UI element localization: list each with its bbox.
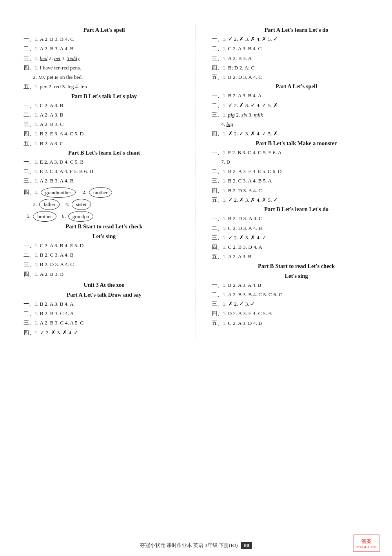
oval-item: sister	[72, 199, 91, 210]
section-title-startread: Part B Start to read Let's check	[24, 223, 185, 230]
line: 五、1. B 2. D 3. A 4. C	[212, 73, 381, 82]
item-num: 四、1.	[24, 188, 38, 197]
line: 三、1. B 2. D 3. A 4. C	[24, 260, 185, 269]
line: 二、1. A 2. B 3. A 4. B	[24, 44, 185, 53]
line: 五、1. B 2. A 3. C	[24, 139, 185, 148]
section-title-partA-spell: Part A Let's spell	[24, 27, 185, 33]
oval-row-3: 5. brother 6. grandpa	[24, 211, 185, 222]
line: 四、1. A 2. B 3. B	[24, 270, 185, 279]
section-subtitle-sing: Let's sing	[24, 233, 185, 240]
oval-section: 四、1. grandmother 2. mother 3. father 4. …	[24, 187, 185, 222]
line: 二、1–B 2–A 3–F 4–E 5–C 6–D	[212, 167, 381, 176]
line: 二、1. C 2. A 3. B 4. C	[212, 44, 381, 53]
item-num: 6.	[62, 211, 66, 221]
section-title-right-learn: Part A Let's learn Let's do	[212, 27, 381, 33]
line: 五、1. pen 2. red 3. leg 4. ten	[24, 82, 185, 91]
line: 四、1. B 2. E 3. A 4. C 5. D	[24, 129, 185, 138]
section-subtitle-unit3: Part A Let's talk Draw and say	[24, 292, 185, 298]
oval-item: mother	[89, 187, 112, 198]
section-title-partB-talk: Part B Let's talk Let's play	[24, 93, 185, 100]
section-title-right-learn-do: Part B Let's learn Let's do	[212, 206, 381, 213]
answer-word: pig	[228, 112, 235, 118]
left-column: Part A Let's spell 一、1. A 2. B 3. B 4. C…	[0, 24, 196, 338]
page: Part A Let's spell 一、1. A 2. B 3. B 4. C…	[0, 0, 392, 556]
line: 一、1. C 2. A 3. B 4. E 5. D	[24, 241, 185, 250]
answer-word: bed	[40, 55, 48, 61]
page-number: 80	[241, 542, 252, 549]
line: 五、1. A 2. A 3. B	[212, 252, 381, 261]
line: 一、1–B 2–D 3–A 4–C	[212, 214, 381, 223]
section-title-partB-chant: Part B Let's learn Let's chant	[24, 149, 185, 156]
line: 五、1. C 2. A 3. D 4. B	[212, 319, 381, 328]
stamp-url: MXQE.COM	[356, 545, 377, 549]
line: 二、1. B 2. C 3. A 4. B	[24, 251, 185, 259]
line: 二、1. B 2. B 3. C 4. A	[24, 309, 185, 318]
oval-item: grandpa	[68, 211, 93, 222]
line: 一、1. B 2. A 3. A 4. B	[212, 281, 381, 290]
line: 二、1. A 2. B 3. B 4. C 5. C 6. C	[212, 290, 381, 299]
line: 7. D	[212, 158, 381, 166]
line: 四、1. D 2. A 3. E 4. C 5. B	[212, 309, 381, 318]
oval-item: father	[39, 199, 60, 210]
footer: 夺冠小状元 课时作业本 英语 3年级 下册(RJ) 80	[0, 542, 392, 549]
section-title-right-monster: Part B Let's talk Make a monster	[212, 140, 381, 147]
stamp-text: 答案	[361, 538, 372, 545]
line: 四、1. ✗ 2. ✓ 3. ✗ 4. ✓ 5. ✗	[212, 129, 381, 138]
answer-word: big	[227, 121, 233, 127]
line: 三、1. ✗ 2. ✓ 3. ✓	[212, 300, 381, 308]
answer-word: pet	[54, 55, 61, 61]
line: 三、1. A 2. B 3. C 4. A 5. C	[24, 319, 185, 327]
line: 二、1. E 2. C 3. A 4. F 5. B 6. D	[24, 167, 185, 176]
right-column: Part A Let's learn Let's do 一、1. ✓ 2. ✗ …	[196, 24, 392, 338]
line: 一、1. B 2. A 3. B 4. A	[212, 91, 381, 100]
line: 四、1. I have ten red pens.	[24, 64, 185, 72]
line: 一、1. E 2. A 3. D 4. C 5. B	[24, 158, 185, 166]
line: 四、1. B; D 2. A; C	[212, 64, 381, 72]
answer-word: Teddy	[67, 55, 80, 61]
line: 三、1. B 2. C 3. A 4. B 5. A	[212, 177, 381, 185]
line: 四、1. ✓ 2. ✗ 3. ✗ 4. ✓	[24, 328, 185, 337]
line: 三、1. A 2. B 3. A	[212, 54, 381, 63]
line: 三、1. pig 2. six 3. milk	[212, 111, 381, 119]
answer-word: six	[241, 112, 247, 118]
item-num: 4.	[65, 200, 69, 209]
line: 三、1. ✓ 2. ✗ 3. ✗ 4. ✓	[212, 233, 381, 242]
answer-word: milk	[254, 112, 263, 118]
section-title-right-spell: Part A Let's spell	[212, 83, 381, 90]
line: 一、1. C 2. A 3. B	[24, 101, 185, 110]
line: 2. My pet is on the bed.	[24, 73, 185, 82]
line: 一、1. ✓ 2. ✗ 3. ✗ 4. ✗ 5. ✓	[212, 35, 381, 44]
two-column-layout: Part A Let's spell 一、1. A 2. B 3. B 4. C…	[0, 24, 392, 338]
item-num: 3.	[33, 200, 37, 209]
line: 一、1. B 2. A 3. B 4. A	[24, 300, 185, 308]
line: 三、1. A 2. B 3. A 4. B	[24, 177, 185, 185]
oval-item: brother	[33, 211, 56, 222]
line: 一、1. F 2. B 3. C 4. G 5. E 6. A	[212, 148, 381, 157]
oval-row-1: 四、1. grandmother 2. mother	[24, 187, 185, 198]
section-title-right-startread: Part B Start to read Let's check	[212, 263, 381, 270]
item-num: 2.	[83, 188, 87, 197]
line: 二、1. A 2. A 3. B	[24, 111, 185, 119]
line: 一、1. A 2. B 3. B 4. C	[24, 35, 185, 44]
line: 四、1. C 2. B 3. D 4. A	[212, 243, 381, 252]
section-subtitle-right-sing: Let's sing	[212, 273, 381, 279]
oval-row-2: 3. father 4. sister	[24, 199, 185, 210]
section-title-unit3: Unit 3 At the zoo	[24, 282, 185, 288]
footer-text: 夺冠小状元 课时作业本 英语 3年级 下册(RJ)	[140, 542, 238, 549]
line: 4. big	[212, 120, 381, 129]
line: 三、1. bed 2. pet 3. Teddy	[24, 54, 185, 63]
item-num: 5.	[27, 211, 31, 221]
line: 二、1. C 2. D 3. A 4. B	[212, 224, 381, 233]
line: 四、1. B 2. D 3. A 4. C	[212, 186, 381, 195]
line: 二、1. ✓ 2. ✗ 3. ✓ 4. ✓ 5. ✗	[212, 101, 381, 110]
answer-stamp: 答案 MXQE.COM	[353, 534, 380, 552]
line: 五、1. ✓ 2. ✗ 3. ✗ 4. ✗ 5. ✓	[212, 196, 381, 204]
oval-item: grandmother	[41, 187, 75, 198]
line: 三、1. A 2. B 3. C	[24, 120, 185, 129]
